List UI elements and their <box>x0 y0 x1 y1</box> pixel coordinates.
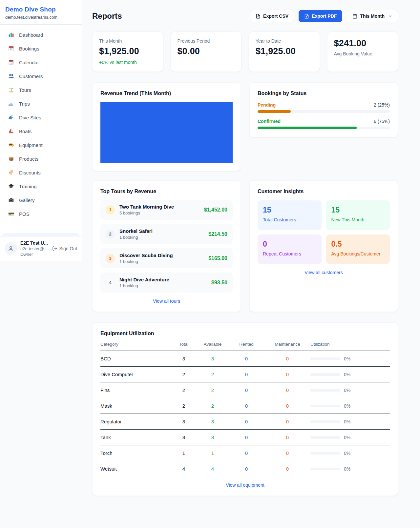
sidebar-item-trips[interactable]: Trips <box>3 97 79 111</box>
sidebar-item-products[interactable]: Products <box>3 152 79 166</box>
sidebar-item-label: Tours <box>19 87 31 93</box>
dive-mask-icon <box>8 142 14 148</box>
sidebar-item-discounts[interactable]: Discounts <box>3 166 79 179</box>
stat-card-avg-booking-value: $241.00 Avg Booking Value <box>327 31 398 72</box>
sidebar-item-dive-sites[interactable]: Dive Sites <box>3 111 79 124</box>
cell-maintenance: 0 <box>264 387 310 393</box>
cell-total: 2 <box>171 387 197 393</box>
tour-bookings: 1 booking <box>119 235 204 240</box>
sidebar-item-bookings[interactable]: 17 Bookings <box>3 42 79 55</box>
charts-row: Revenue Trend (This Month) Bookings by S… <box>92 82 398 171</box>
sidebar-item-gallery[interactable]: Gallery <box>3 193 79 207</box>
cell-total: 2 <box>171 372 197 377</box>
stat-value: $1,925.00 <box>99 46 157 56</box>
sidebar: Demo Dive Shop demo.test.divestreams.com… <box>0 0 82 261</box>
export-csv-label: Export CSV <box>263 13 288 19</box>
sidebar-item-partial <box>3 233 79 236</box>
export-csv-button[interactable]: Export CSV <box>250 10 294 22</box>
stat-delta: +0% vs last month <box>99 60 157 65</box>
revenue-trend-title: Revenue Trend (This Month) <box>100 91 233 96</box>
sidebar-item-dashboard[interactable]: Dashboard <box>3 28 79 42</box>
tour-row: 3 Discover Scuba Diving 1 booking $165.0… <box>100 248 233 268</box>
period-select[interactable]: This Month <box>347 10 398 22</box>
insight-label: New This Month <box>331 217 385 222</box>
progress-track <box>258 110 390 113</box>
table-row: Tank 3 3 0 0 0% <box>100 430 390 445</box>
cell-utilization: 0% <box>310 372 390 377</box>
status-row-confirmed: Confirmed 6 (75%) <box>258 119 390 129</box>
view-all-customers-link[interactable]: View all customers <box>258 270 390 275</box>
progress-fill-pending <box>258 110 291 113</box>
tour-bookings: 1 booking <box>119 283 207 288</box>
bookings-status-title: Bookings by Status <box>258 91 390 96</box>
brand: Demo Dive Shop demo.test.divestreams.com <box>0 0 82 25</box>
table-row: BCD 3 3 0 0 0% <box>100 351 390 367</box>
brand-name: Demo Dive Shop <box>5 6 76 13</box>
sidebar-item-customers[interactable]: Customers <box>3 69 79 83</box>
tour-bookings: 1 booking <box>119 259 204 264</box>
cell-category: Regulator <box>100 419 171 424</box>
utilization-bar <box>310 420 340 423</box>
tour-name: Night Dive Adventure <box>119 277 207 282</box>
stat-card-this-month: This Month $1,925.00 +0% vs last month <box>92 31 163 72</box>
export-pdf-button[interactable]: Export PDF <box>299 10 342 22</box>
column-header-rented: Rented <box>228 342 264 347</box>
insight-value: 0.5 <box>331 240 385 249</box>
table-row: Torch 1 1 0 0 0% <box>100 445 390 461</box>
cell-maintenance: 0 <box>264 403 310 409</box>
sidebar-item-tours[interactable]: Tours <box>3 83 79 97</box>
sidebar-item-label: Bookings <box>19 46 39 51</box>
svg-text:17: 17 <box>10 48 12 51</box>
view-all-equipment-link[interactable]: View all equipment <box>100 482 390 488</box>
cell-total: 4 <box>171 466 197 472</box>
insight-tile-avg-bookings: 0.5 Avg Bookings/Customer <box>326 234 390 264</box>
tour-row: 1 Two Tank Morning Dive 5 bookings $1,45… <box>100 200 233 220</box>
sidebar-item-label: Customers <box>19 73 43 79</box>
rank-badge: 1 <box>106 205 115 214</box>
cell-utilization: 0% <box>310 403 390 409</box>
header-actions: Export CSV Export PDF This Month <box>250 10 398 22</box>
sidebar-item-boats[interactable]: Boats <box>3 124 79 138</box>
bar-chart-icon <box>8 31 14 38</box>
cell-utilization: 0% <box>310 451 390 456</box>
sidebar-item-label: Dive Sites <box>19 115 41 120</box>
cell-maintenance: 0 <box>264 419 310 424</box>
table-row: Dive Computer 2 2 0 0 0% <box>100 367 390 382</box>
column-header-total: Total <box>171 342 197 347</box>
cell-total: 3 <box>171 356 197 361</box>
sidebar-item-label: Discounts <box>19 170 41 175</box>
cell-available: 2 <box>197 372 228 377</box>
progress-track <box>258 127 390 129</box>
sign-out-button[interactable]: Sign Out <box>52 246 77 251</box>
brand-domain: demo.test.divestreams.com <box>5 15 76 20</box>
cell-category: Mask <box>100 403 171 409</box>
sidebar-item-equipment[interactable]: Equipment <box>3 138 79 152</box>
insight-value: 15 <box>263 206 316 214</box>
cell-rented: 0 <box>228 403 264 409</box>
sidebar-item-training[interactable]: Training <box>3 179 79 193</box>
cell-utilization: 0% <box>310 419 390 424</box>
tour-row: 4 Night Dive Adventure 1 booking $93.50 <box>100 273 233 293</box>
cell-available: 2 <box>197 403 228 409</box>
people-icon <box>8 73 14 79</box>
top-tours-card: Top Tours by Revenue 1 Two Tank Morning … <box>92 180 241 312</box>
sidebar-item-label: POS <box>19 211 30 217</box>
status-label: Confirmed <box>258 119 281 124</box>
tour-revenue: $214.50 <box>208 231 227 237</box>
user-section: E2E Test U... e2e-tester@... Owner Sign … <box>0 236 82 261</box>
column-header-maintenance: Maintenance <box>264 342 310 347</box>
avatar <box>5 242 17 255</box>
view-all-tours-link[interactable]: View all tours <box>100 298 233 304</box>
column-header-available: Available <box>197 342 228 347</box>
insight-tile-total-customers: 15 Total Customers <box>258 200 322 230</box>
sidebar-item-calendar[interactable]: Calendar <box>3 55 79 69</box>
cell-available: 2 <box>197 387 228 393</box>
sidebar-item-pos[interactable]: POS <box>3 207 79 221</box>
customer-insights-title: Customer Insights <box>258 189 390 194</box>
stat-label: Avg Booking Value <box>334 51 391 56</box>
cell-total: 3 <box>171 419 197 424</box>
cell-rented: 0 <box>228 435 264 440</box>
cell-total: 2 <box>171 403 197 409</box>
page-title: Reports <box>92 11 122 21</box>
cell-available: 3 <box>197 435 228 440</box>
